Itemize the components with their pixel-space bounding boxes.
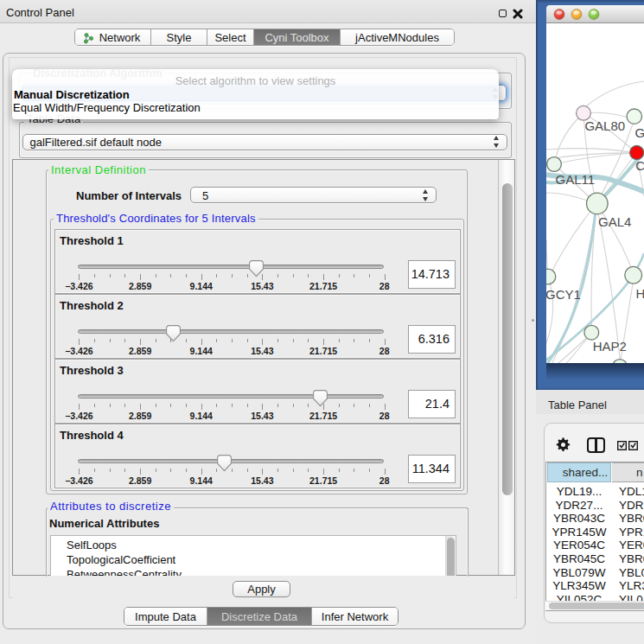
svg-text:H: H xyxy=(635,286,644,301)
svg-text:G.: G. xyxy=(634,125,644,140)
svg-text:GAL11: GAL11 xyxy=(556,172,596,187)
svg-text:C: C xyxy=(635,158,644,173)
svg-text:GCY1: GCY1 xyxy=(546,287,581,302)
svg-text:GAL80: GAL80 xyxy=(584,118,625,133)
svg-text:GAL4: GAL4 xyxy=(598,214,631,229)
svg-text:HAP2: HAP2 xyxy=(593,339,627,354)
